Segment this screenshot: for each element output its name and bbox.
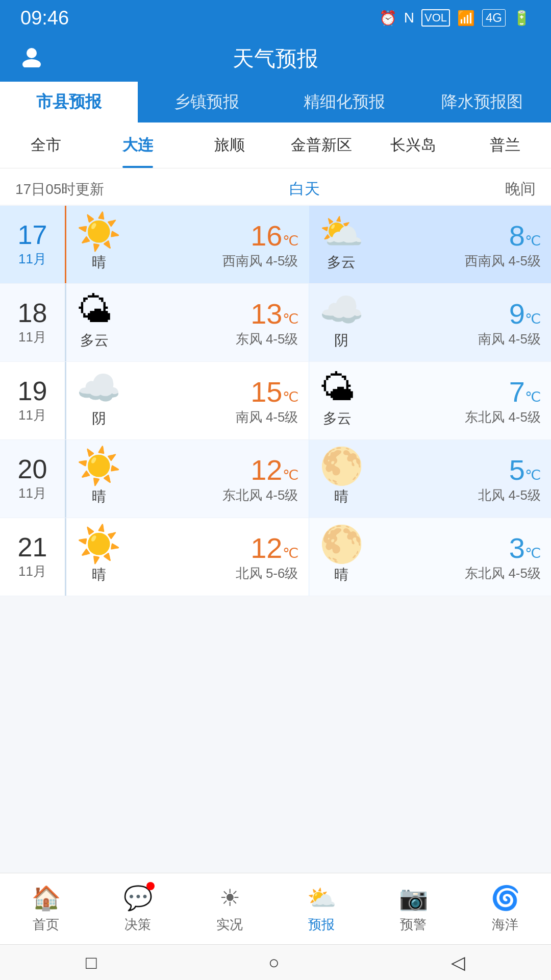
day-weather-desc: 晴 — [92, 487, 106, 506]
day-temp: 12℃ — [251, 453, 298, 486]
day-weather-desc: 多云 — [80, 331, 109, 350]
svg-point-0 — [27, 48, 37, 58]
city-tabs: 全市 大连 旅顺 金普新区 长兴岛 普兰 — [0, 122, 551, 168]
night-weather-desc: 多云 — [327, 253, 356, 272]
night-weather-icon: 🌤 — [319, 370, 355, 406]
night-weather-icon: ⛅ — [319, 214, 364, 250]
weather-row: 18 11月 🌤 多云 13℃ 东风 4-5级 — [0, 284, 551, 362]
bottom-nav: 🏠 首页 💬 决策 ☀ 实况 ⛅ 预报 📷 — [0, 873, 551, 944]
date-month: 11月 — [18, 328, 46, 346]
recent-button[interactable]: □ — [86, 952, 97, 973]
nav-item-海洋[interactable]: 🌀 海洋 — [459, 884, 551, 934]
night-wind: 东北风 4-5级 — [369, 565, 541, 582]
night-label: 晚间 — [505, 179, 536, 200]
nav-item-预报[interactable]: ⛅ 预报 — [276, 884, 367, 934]
day-section: ☀️ 晴 12℃ 北风 5-6级 — [66, 518, 309, 596]
avatar-icon[interactable] — [20, 45, 43, 72]
city-tab-pulan[interactable]: 普兰 — [459, 122, 551, 168]
svg-point-1 — [22, 59, 41, 67]
date-month: 11月 — [18, 250, 46, 268]
night-weather-desc: 晴 — [334, 487, 348, 506]
night-wind: 西南风 4-5级 — [369, 252, 541, 270]
city-tab-lvshun[interactable]: 旅顺 — [184, 122, 276, 168]
date-day: 21 — [18, 534, 47, 560]
nav-label-海洋: 海洋 — [492, 916, 518, 934]
nav-label-首页: 首页 — [33, 916, 59, 934]
date-month: 11月 — [18, 562, 46, 580]
night-section: 🌤 多云 7℃ 东北风 4-5级 — [309, 362, 552, 439]
sys-nav: □ ○ ◁ — [0, 944, 551, 980]
day-weather-icon: 🌤 — [77, 292, 112, 328]
app-header: 天气预报 — [0, 36, 551, 82]
day-temp: 12℃ — [251, 531, 298, 565]
back-button[interactable]: ◁ — [451, 952, 465, 973]
nav-icon-wrap: 🏠 — [32, 884, 61, 912]
nav-item-首页[interactable]: 🏠 首页 — [0, 884, 92, 934]
city-tab-changxing[interactable]: 长兴岛 — [367, 122, 459, 168]
day-weather-desc: 晴 — [92, 565, 106, 584]
nav-icon-wrap: 🌀 — [491, 884, 520, 912]
nav-icon-首页: 🏠 — [32, 885, 61, 911]
day-weather-icon: ☀️ — [77, 448, 121, 484]
date-day: 18 — [18, 300, 47, 326]
night-temp: 8℃ — [509, 219, 541, 252]
night-section: 🌕 晴 5℃ 北风 4-5级 — [309, 440, 552, 518]
day-wind: 东北风 4-5级 — [126, 486, 298, 504]
alarm-icon: ⏰ — [379, 10, 397, 27]
day-temp: 16℃ — [251, 219, 298, 252]
nav-icon-wrap: 💬 — [123, 884, 153, 912]
night-section: ☁️ 阴 9℃ 南风 4-5级 — [309, 284, 552, 361]
weather-row: 21 11月 ☀️ 晴 12℃ 北风 5-6级 — [0, 518, 551, 596]
date-day: 20 — [18, 456, 47, 482]
tab-city-forecast[interactable]: 市县预报 — [0, 82, 138, 122]
day-section: ☀️ 晴 16℃ 西南风 4-5级 — [66, 206, 309, 283]
city-tab-dalian[interactable]: 大连 — [92, 122, 184, 168]
day-weather-desc: 晴 — [92, 253, 106, 272]
night-temp: 3℃ — [509, 531, 541, 565]
day-wind: 东风 4-5级 — [117, 330, 298, 348]
date-month: 11月 — [18, 484, 46, 502]
status-time: 09:46 — [20, 7, 69, 29]
nfc-icon: N — [404, 10, 414, 26]
day-wind: 西南风 4-5级 — [126, 252, 298, 270]
nav-label-预报: 预报 — [308, 916, 335, 934]
nav-icon-预警: 📷 — [399, 885, 428, 911]
day-wind: 北风 5-6级 — [126, 565, 298, 582]
night-weather-icon: 🌕 — [319, 526, 364, 562]
night-weather-icon: ☁️ — [319, 292, 364, 328]
date-day: 17 — [18, 222, 47, 248]
day-temp: 15℃ — [251, 375, 298, 408]
update-bar: 17日05时更新 白天 晚间 — [0, 168, 551, 205]
nav-item-决策[interactable]: 💬 决策 — [92, 884, 184, 934]
day-weather-icon: ☁️ — [77, 370, 121, 406]
nav-item-实况[interactable]: ☀ 实况 — [184, 884, 276, 934]
nav-label-实况: 实况 — [216, 916, 243, 934]
day-temp: 13℃ — [251, 297, 298, 330]
tab-detailed-forecast[interactable]: 精细化预报 — [276, 82, 413, 122]
city-tab-all[interactable]: 全市 — [0, 122, 92, 168]
update-time: 17日05时更新 — [15, 180, 104, 199]
date-month: 11月 — [18, 406, 46, 424]
nav-icon-wrap: ☀ — [219, 884, 240, 912]
night-weather-desc: 多云 — [323, 409, 352, 428]
city-tab-jinpu[interactable]: 金普新区 — [276, 122, 367, 168]
notification-badge — [146, 882, 155, 890]
nav-icon-wrap: 📷 — [399, 884, 428, 912]
signal-icon: 📶 — [457, 10, 475, 27]
weather-row: 17 11月 ☀️ 晴 16℃ 西南风 4-5级 — [0, 206, 551, 284]
nav-item-预警[interactable]: 📷 预警 — [367, 884, 459, 934]
tab-rain-map[interactable]: 降水预报图 — [413, 82, 551, 122]
day-section: 🌤 多云 13℃ 东风 4-5级 — [66, 284, 309, 361]
night-weather-desc: 阴 — [334, 331, 348, 350]
tab-town-forecast[interactable]: 乡镇预报 — [138, 82, 276, 122]
battery-icon: 🔋 — [513, 10, 531, 27]
page-title: 天气预报 — [233, 44, 318, 73]
date-col: 19 11月 — [0, 362, 66, 439]
nav-icon-实况: ☀ — [219, 885, 240, 911]
day-wind: 南风 4-5级 — [126, 408, 298, 426]
day-weather-icon: ☀️ — [77, 526, 121, 562]
home-button[interactable]: ○ — [268, 952, 280, 973]
main-tabs: 市县预报 乡镇预报 精细化预报 降水预报图 — [0, 82, 551, 122]
vol-icon: VOL — [421, 9, 450, 27]
night-section: 🌕 晴 3℃ 东北风 4-5级 — [309, 518, 552, 596]
